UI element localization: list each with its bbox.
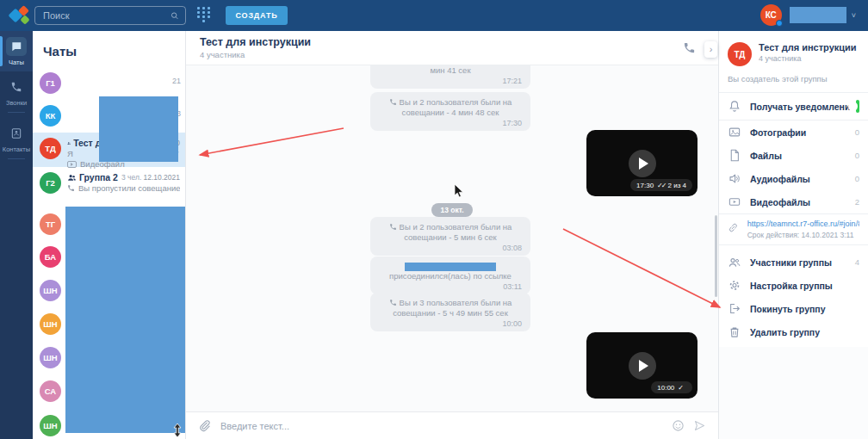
media-label: Аудиофайлы	[750, 174, 810, 184]
group-icon	[67, 139, 71, 148]
invite-link[interactable]: https://teamnct.r7-office.ru/#join/8b23.…	[747, 220, 859, 228]
read-status: 2 из 4	[668, 182, 686, 189]
message-time: 17:30	[379, 119, 522, 127]
status-dot	[776, 20, 783, 27]
action-leave-group[interactable]: Покинуть группу	[719, 297, 868, 320]
video-icon	[728, 195, 741, 208]
avatar: Г1	[40, 72, 61, 94]
message-text: Вы и 3 пользователя были на совещании - …	[393, 298, 512, 318]
avatar[interactable]: СА	[40, 380, 61, 402]
panel-footer	[719, 347, 868, 439]
redaction-overlay	[790, 7, 846, 23]
app-logo-icon[interactable]	[9, 4, 33, 27]
media-item-audio[interactable]: Аудиофайлы 0	[719, 167, 868, 190]
avatar[interactable]: ШН	[40, 347, 61, 368]
sidebar-item-calls[interactable]: Звонки	[0, 71, 33, 118]
chat-time: 12.10.2021	[143, 173, 180, 182]
avatar[interactable]: БА	[40, 246, 61, 268]
search-icon	[170, 10, 179, 22]
media-label: Видеофайлы	[750, 197, 810, 207]
chat-row[interactable]: Г2 Группа 2 3 чел. 12.10.2021 Вы пропуст…	[33, 167, 185, 201]
link-icon	[728, 221, 739, 234]
chat-icon	[6, 37, 27, 56]
avatar[interactable]: ШН	[40, 313, 61, 335]
video-message[interactable]: 17:30✓✓2 из 4	[586, 130, 698, 196]
chevron-down-icon[interactable]: ˅	[852, 11, 856, 20]
video-message[interactable]: 10:00✓	[586, 332, 698, 399]
system-message: присоединился(лась) по ссылке 03:11	[370, 257, 530, 294]
play-icon[interactable]	[629, 150, 656, 177]
conversation-area: мин 41 сек 17:21 Вы и 2 пользователя был…	[186, 31, 718, 439]
phone-icon	[389, 98, 397, 108]
play-icon[interactable]	[629, 352, 656, 380]
panel-title: Тест для инструкции	[759, 42, 857, 53]
redaction-overlay	[99, 96, 178, 162]
chat-preview: Вы пропустили совещание 3 польз..	[78, 183, 180, 193]
avatar[interactable]: ШН	[40, 280, 61, 301]
message-text: Вы и 2 пользователя были на совещании - …	[400, 97, 512, 117]
audio-icon	[728, 172, 741, 185]
sidebar-item-chats[interactable]: Чаты	[0, 31, 33, 71]
attach-icon[interactable]	[198, 419, 211, 432]
chat-list-title: Чаты	[33, 31, 185, 67]
sidebar-item-contacts[interactable]: Контакты	[0, 118, 33, 164]
chat-row[interactable]: Г1 21	[33, 67, 185, 100]
chat-preview-sender: Я	[67, 149, 73, 158]
redaction-overlay	[65, 207, 185, 433]
media-item-photos[interactable]: Фотографии 0	[719, 121, 868, 144]
message-time: 17:30	[636, 182, 654, 189]
message-input[interactable]	[220, 421, 663, 431]
notifications-toggle[interactable]	[856, 100, 859, 113]
user-initials: КС	[766, 10, 777, 20]
media-count: 2	[855, 197, 859, 207]
media-item-video[interactable]: Видеофайлы 2	[719, 190, 868, 213]
conversation-header: Тест для инструкции 4 участника	[186, 31, 718, 65]
message-time: 10:00	[379, 319, 522, 328]
group-info-panel: ТД Тест для инструкции 4 участника Вы со…	[718, 31, 868, 439]
avatar[interactable]: КС	[760, 4, 782, 26]
app-window: СОЗДАТЬ КС ˅ Чаты Звонки Контакты Чаты Г…	[0, 0, 868, 439]
invite-link-row[interactable]: https://teamnct.r7-office.ru/#join/8b23.…	[719, 214, 868, 244]
action-delete-group[interactable]: Удалить группу	[719, 320, 868, 343]
search-input[interactable]	[35, 10, 170, 21]
message-text: Вы и 2 пользователя были на совещании - …	[400, 222, 512, 242]
message-time: 17:21	[379, 77, 522, 85]
phone-icon	[389, 299, 397, 308]
message-text: мин 41 сек	[430, 65, 470, 75]
apps-grid-icon[interactable]	[196, 7, 214, 24]
phone-icon	[389, 223, 397, 232]
divider	[8, 112, 25, 113]
send-icon[interactable]	[693, 419, 706, 432]
collapse-panel-button[interactable]: ›	[704, 41, 717, 58]
group-role-label: Вы создатель этой группы	[719, 66, 868, 92]
scrollbar[interactable]	[715, 215, 717, 297]
link-expiry: Срок действия: 14.10.2021 3:11	[747, 231, 859, 239]
phone-icon	[67, 184, 75, 192]
call-icon[interactable]	[683, 41, 696, 58]
action-group-settings[interactable]: Настройка группы	[719, 274, 868, 297]
emoji-icon[interactable]	[672, 419, 685, 432]
avatar[interactable]: ТГ	[40, 213, 61, 235]
gear-icon	[728, 279, 741, 292]
notifications-label: Получать уведомления	[750, 102, 856, 112]
media-count: 0	[855, 151, 859, 160]
action-label: Участники группы	[750, 257, 832, 268]
group-icon	[67, 173, 77, 182]
message-composer	[186, 411, 718, 439]
create-button[interactable]: СОЗДАТЬ	[226, 6, 288, 25]
notifications-row: Получать уведомления	[719, 93, 868, 120]
file-icon	[728, 149, 741, 162]
media-item-files[interactable]: Файлы 0	[719, 144, 868, 167]
avatar[interactable]: ШН	[40, 415, 61, 436]
system-message: Вы и 2 пользователя были на совещании - …	[370, 217, 530, 256]
avatar: ТД	[728, 42, 752, 66]
media-label: Файлы	[750, 151, 782, 161]
members-count: 4	[855, 257, 859, 267]
photo-icon	[728, 126, 741, 139]
panel-subtitle: 4 участника	[759, 54, 857, 63]
user-chip[interactable]: КС ˅	[760, 4, 856, 26]
conversation-title: Тест для инструкции	[200, 36, 704, 48]
action-group-members[interactable]: Участники группы 4	[719, 250, 868, 274]
message-time: 10:00	[657, 384, 674, 392]
avatar: ТД	[40, 138, 61, 159]
